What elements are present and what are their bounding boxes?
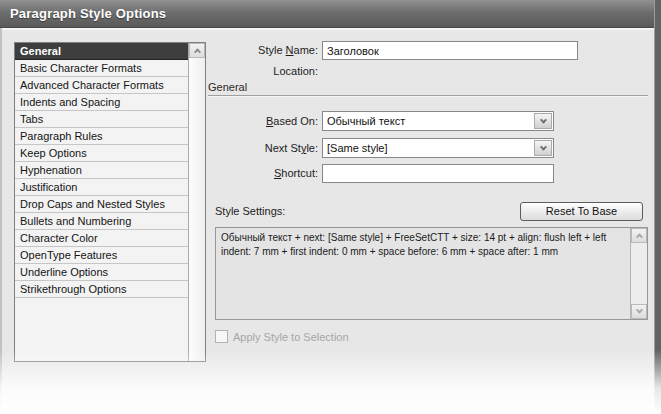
sidebar-item-strikethrough-options[interactable]: Strikethrough Options bbox=[15, 281, 188, 298]
window-title: Paragraph Style Options bbox=[0, 0, 661, 27]
reset-to-base-button[interactable]: Reset To Base bbox=[520, 202, 643, 221]
shortcut-label: Shortcut: bbox=[200, 167, 318, 179]
sidebar-item-opentype-features[interactable]: OpenType Features bbox=[15, 247, 188, 264]
based-on-value: Обычный текст bbox=[327, 112, 533, 130]
sidebar-item-drop-caps-and-nested-styles[interactable]: Drop Caps and Nested Styles bbox=[15, 196, 188, 213]
chevron-down-icon bbox=[539, 143, 546, 150]
style-name-label: Style Name: bbox=[200, 44, 318, 56]
sidebar-item-underline-options[interactable]: Underline Options bbox=[15, 264, 188, 281]
sidebar-item-keep-options[interactable]: Keep Options bbox=[15, 145, 188, 162]
window-left-border bbox=[0, 28, 2, 414]
next-style-select[interactable]: [Same style] bbox=[322, 138, 554, 158]
chevron-up-icon bbox=[635, 233, 642, 240]
sidebar-item-paragraph-rules[interactable]: Paragraph Rules bbox=[15, 128, 188, 145]
sidebar-item-advanced-character-formats[interactable]: Advanced Character Formats bbox=[15, 77, 188, 94]
sidebar-item-hyphenation[interactable]: Hyphenation bbox=[15, 162, 188, 179]
apply-style-row: Apply Style to Selection bbox=[215, 330, 349, 343]
style-settings-scrollbar[interactable] bbox=[630, 228, 647, 319]
next-style-dropdown-button[interactable] bbox=[534, 140, 552, 156]
sidebar-item-justification[interactable]: Justification bbox=[15, 179, 188, 196]
titlebar[interactable]: Paragraph Style Options bbox=[0, 0, 661, 28]
window-right-border bbox=[654, 0, 661, 414]
scroll-up-button[interactable] bbox=[631, 228, 647, 243]
paragraph-style-options-dialog: Paragraph Style Options General Basic Ch… bbox=[0, 0, 661, 414]
sidebar-item-character-color[interactable]: Character Color bbox=[15, 230, 188, 247]
sidebar-item-general[interactable]: General bbox=[15, 43, 188, 60]
scroll-down-button[interactable] bbox=[631, 304, 647, 319]
section-heading-general: General bbox=[208, 81, 247, 93]
titlebar-highlight-line bbox=[0, 28, 661, 30]
category-list-items: General Basic Character Formats Advanced… bbox=[15, 43, 188, 298]
sidebar-item-bullets-and-numbering[interactable]: Bullets and Numbering bbox=[15, 213, 188, 230]
next-style-label: Next Style: bbox=[200, 142, 318, 154]
section-divider bbox=[208, 95, 648, 96]
location-label: Location: bbox=[200, 65, 318, 77]
style-name-input[interactable] bbox=[322, 41, 578, 60]
based-on-select[interactable]: Обычный текст bbox=[322, 111, 554, 131]
style-settings-text: Обычный текст + next: [Same style] + Fre… bbox=[216, 228, 629, 319]
shortcut-input[interactable] bbox=[322, 164, 554, 183]
apply-style-label: Apply Style to Selection bbox=[233, 331, 349, 343]
chevron-down-icon bbox=[539, 116, 546, 123]
style-settings-box: Обычный текст + next: [Same style] + Fre… bbox=[215, 227, 648, 320]
apply-style-checkbox[interactable] bbox=[215, 330, 228, 343]
based-on-label: Based On: bbox=[200, 115, 318, 127]
sidebar-item-indents-and-spacing[interactable]: Indents and Spacing bbox=[15, 94, 188, 111]
style-settings-label: Style Settings: bbox=[215, 205, 285, 217]
chevron-down-icon bbox=[635, 307, 642, 314]
sidebar-item-basic-character-formats[interactable]: Basic Character Formats bbox=[15, 60, 188, 77]
based-on-dropdown-button[interactable] bbox=[534, 113, 552, 129]
sidebar-item-tabs[interactable]: Tabs bbox=[15, 111, 188, 128]
category-list-scrollbar[interactable] bbox=[188, 43, 205, 361]
category-list: General Basic Character Formats Advanced… bbox=[14, 42, 206, 362]
next-style-value: [Same style] bbox=[327, 139, 533, 157]
